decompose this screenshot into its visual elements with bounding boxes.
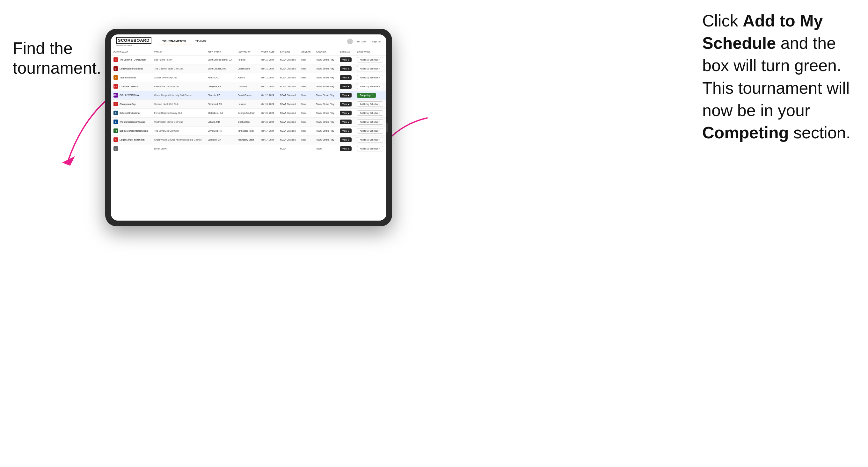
cell-city <box>205 144 235 153</box>
cell-gender: Men <box>299 82 314 91</box>
cell-event-name: LA Louisiana Classics <box>111 82 152 91</box>
tab-teams[interactable]: TEAMS <box>191 38 210 45</box>
cell-hosted: Louisiana <box>235 82 258 91</box>
signout-link[interactable]: Sign out <box>372 40 381 43</box>
event-name: The Johnnie - O Individual <box>120 59 146 61</box>
cell-gender: Men <box>299 126 314 135</box>
event-name: Louisiana Classics <box>120 86 138 88</box>
cell-scoring: Team, Stroke Play <box>314 99 337 108</box>
cell-event-name: S Schenkel Invitational <box>111 108 152 117</box>
separator: | <box>369 40 369 43</box>
add-to-schedule-button[interactable]: Add to My Schedule + <box>357 66 383 71</box>
cell-date: Mar 16, 2024 <box>258 117 277 126</box>
cell-event-name: B The Carpetbagger Classic <box>111 117 152 126</box>
table-row: ? Brook Valley NCAA Team, View ● Add to … <box>111 144 386 153</box>
cell-scoring: Team, Stroke Play <box>314 64 337 73</box>
table-row: K Linger Longer Invitational Great Water… <box>111 135 386 144</box>
table-header-row: EVENT NAME VENUE CITY, STATE HOSTED BY S… <box>111 49 386 56</box>
cell-division: NCAA Division I <box>278 99 299 108</box>
table-row: T Tiger Invitational Auburn University C… <box>111 73 386 82</box>
cell-competing: Add to My Schedule + <box>354 126 386 135</box>
add-to-schedule-button[interactable]: Add to My Schedule + <box>357 146 383 151</box>
cell-city: Lafayette, LA <box>205 82 235 91</box>
add-to-schedule-button[interactable]: Add to My Schedule + <box>357 75 383 80</box>
event-name: The Carpetbagger Classic <box>120 121 145 123</box>
cell-venue: The Missouri Bluffs Golf Club <box>152 64 205 73</box>
view-button[interactable]: View ● <box>340 93 351 97</box>
team-logo: LA <box>114 84 118 89</box>
app-logo: SCOREBOARD <box>116 37 151 44</box>
cell-competing: Add to My Schedule + <box>354 144 386 153</box>
view-button[interactable]: View ● <box>340 57 351 62</box>
team-logo: TT <box>114 128 118 133</box>
add-to-schedule-button[interactable]: Add to My Schedule + <box>357 57 383 62</box>
view-button[interactable]: View ● <box>340 111 351 115</box>
table-row: B The Carpetbagger Classic Worthington M… <box>111 117 386 126</box>
cell-event-name: R The Johnnie - O Individual <box>111 55 152 64</box>
view-button[interactable]: View ● <box>340 75 351 80</box>
view-button[interactable]: View ● <box>340 146 351 151</box>
cell-competing: Add to My Schedule + <box>354 108 386 117</box>
view-button[interactable]: View ● <box>340 137 351 142</box>
cell-event-name: K Linger Longer Invitational <box>111 135 152 144</box>
col-division: DIVISION <box>278 49 299 56</box>
table-container: EVENT NAME VENUE CITY, STATE HOSTED BY S… <box>111 49 386 221</box>
cell-event-name: H Champions Cup <box>111 99 152 108</box>
cell-city: Statesboro, GA <box>205 108 235 117</box>
add-to-schedule-button[interactable]: Add to My Schedule + <box>357 84 383 89</box>
cell-venue: Grand Canyon University Golf Course <box>152 91 205 99</box>
event-name: GCU INVITATIONAL <box>120 94 140 96</box>
view-button[interactable]: View ● <box>340 102 351 106</box>
col-actions: ACTIONS <box>337 49 354 56</box>
cell-venue: Forest Heights Country Club <box>152 108 205 117</box>
add-to-schedule-button[interactable]: Add to My Schedule + <box>357 128 383 133</box>
cell-gender: Men <box>299 64 314 73</box>
cell-actions: View ● <box>337 108 354 117</box>
cell-division: NCAA Division I <box>278 108 299 117</box>
cell-competing: Add to My Schedule + <box>354 82 386 91</box>
add-to-schedule-button[interactable]: Add to My Schedule + <box>357 110 383 116</box>
cell-venue: Great Waters Course At Reynolds Lake Oco… <box>152 135 205 144</box>
add-to-schedule-button[interactable]: Add to My Schedule + <box>357 137 383 143</box>
event-name: Linger Longer Invitational <box>120 139 145 141</box>
cell-date: Mar 15, 2024 <box>258 108 277 117</box>
competing-button[interactable]: Competing <box>357 93 376 98</box>
add-to-schedule-button[interactable]: Add to My Schedule + <box>357 119 383 125</box>
cell-scoring: Team, Stroke Play <box>314 108 337 117</box>
cell-actions: View ● <box>337 126 354 135</box>
annotation-left: Find the tournament. <box>13 38 102 78</box>
view-button[interactable]: View ● <box>340 128 351 133</box>
event-name: Champions Cup <box>120 103 135 105</box>
cell-hosted: Grand Canyon <box>235 91 258 99</box>
cell-actions: View ● <box>337 91 354 99</box>
tablet-frame: SCOREBOARD Powered by clippd TOURNAMENTS… <box>105 29 392 226</box>
tab-tournaments[interactable]: TOURNAMENTS <box>158 38 191 45</box>
cell-competing: Competing <box>354 91 386 99</box>
table-row: LA Louisiana Classics Oakbourne Country … <box>111 82 386 91</box>
cell-division: NCAA Division I <box>278 91 299 99</box>
team-logo: H <box>114 102 118 106</box>
cell-city: Phoenix, AZ <box>205 91 235 99</box>
cell-division: NCAA <box>278 144 299 153</box>
cell-hosted: Houston <box>235 99 258 108</box>
cell-gender: Men <box>299 91 314 99</box>
cell-city: Urbana, MD <box>205 117 235 126</box>
col-start-date: START DATE <box>258 49 277 56</box>
view-button[interactable]: View ● <box>340 84 351 89</box>
cell-actions: View ● <box>337 82 354 91</box>
view-button[interactable]: View ● <box>340 66 351 71</box>
view-button[interactable]: View ● <box>340 120 351 124</box>
cell-division: NCAA Division I <box>278 82 299 91</box>
user-name: Test User <box>355 40 366 43</box>
add-to-schedule-button[interactable]: Add to My Schedule + <box>357 101 383 107</box>
nav-tabs: TOURNAMENTS TEAMS <box>158 38 210 45</box>
cell-gender: Men <box>299 99 314 108</box>
tablet-screen: SCOREBOARD Powered by clippd TOURNAMENTS… <box>111 34 386 221</box>
event-name: Tiger Invitational <box>120 76 136 79</box>
cell-date: Mar 17, 2024 <box>258 135 277 144</box>
team-logo: L <box>114 66 118 71</box>
cell-venue: Oakbourne Country Club <box>152 82 205 91</box>
cell-scoring: Team, Stroke Play <box>314 55 337 64</box>
cell-hosted: Georgia Southern <box>235 108 258 117</box>
cell-actions: View ● <box>337 55 354 64</box>
